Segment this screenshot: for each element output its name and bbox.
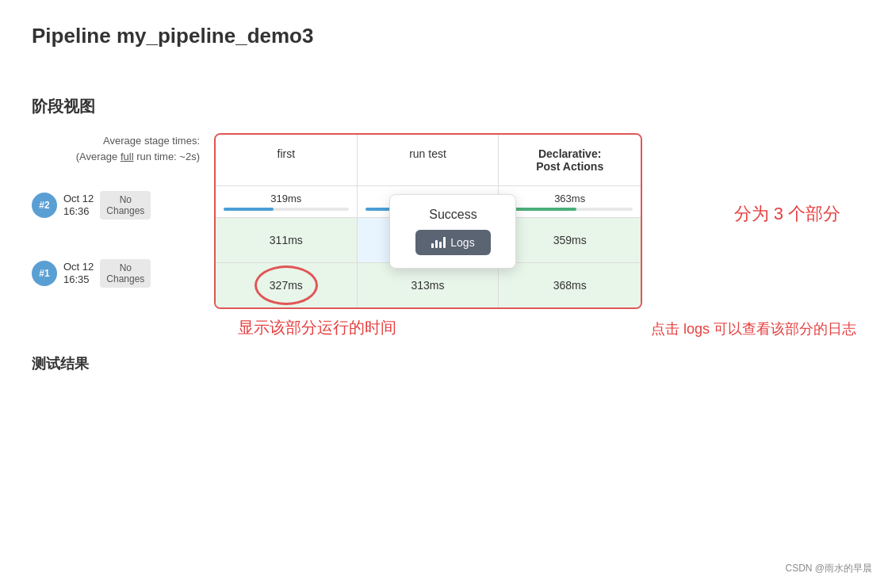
data-cell-build1-declarative[interactable]: 368ms — [499, 263, 641, 307]
progress-bar-declarative — [507, 208, 576, 211]
data-cell-build2-runtest[interactable]: 324ms Success — [358, 218, 500, 262]
build-badge-2[interactable]: #2 — [32, 193, 57, 218]
bar3 — [439, 242, 442, 248]
build-row-1: #1 Oct 1216:35 NoChanges — [32, 242, 206, 305]
stage-header-row: first run test Declarative:Post Actions — [216, 135, 641, 186]
stage-header-runtest: run test — [358, 135, 500, 185]
data-cell-build2-declarative[interactable]: 359ms — [499, 218, 641, 262]
stage-table: first run test Declarative:Post Actions … — [214, 133, 642, 309]
no-changes-badge-1[interactable]: NoChanges — [100, 259, 151, 288]
build-date-1: Oct 1216:35 — [63, 261, 94, 285]
logs-button-label: Logs — [450, 236, 474, 249]
logs-bar-icon — [431, 237, 446, 248]
data-cell-build1-first[interactable]: 327ms — [216, 263, 358, 307]
section-label: 阶段视图 — [32, 96, 95, 117]
watermark: CSDN @雨水的早晨 — [785, 562, 872, 575]
average-times-label: Average stage times: (Average full run t… — [32, 133, 206, 164]
build-date-2: Oct 1216:36 — [63, 193, 94, 217]
stage-header-first: first — [216, 135, 358, 185]
red-circle-overlay — [255, 265, 318, 305]
tooltip-popup: Success Logs — [389, 194, 516, 269]
bottom-section: 测试结果 — [32, 354, 856, 373]
no-changes-badge-2[interactable]: NoChanges — [100, 191, 151, 220]
bar2 — [435, 240, 438, 248]
data-row-build2: 311ms 324ms Success — [216, 218, 641, 263]
bar1 — [431, 243, 434, 248]
tooltip-status: Success — [406, 208, 500, 222]
data-cell-build2-first[interactable]: 311ms — [216, 218, 358, 262]
section-header: 阶段视图 分为 3 个部分 — [32, 96, 856, 117]
annotation-mid-right: 点击 logs 可以查看该部分的日志 — [651, 319, 856, 338]
main-content: Average stage times: (Average full run t… — [32, 133, 856, 338]
avg-line1: Average stage times: — [32, 133, 200, 149]
avg-cell-first: 319ms — [216, 186, 358, 217]
build-info-1: Oct 1216:35 — [63, 261, 94, 285]
build-list: Average stage times: (Average full run t… — [32, 133, 206, 310]
bottom-annotations: 显示该部分运行的时间 点击 logs 可以查看该部分的日志 — [214, 317, 856, 338]
avg-line2: (Average full run time: ~2s) — [32, 149, 200, 165]
data-row-build1: 327ms 313ms 368ms — [216, 263, 641, 307]
build-info-2: Oct 1216:36 — [63, 193, 94, 217]
page-title: Pipeline my_pipeline_demo3 — [32, 24, 856, 48]
annotation-bottom: 显示该部分运行的时间 — [214, 317, 396, 338]
stage-table-wrapper: first run test Declarative:Post Actions … — [214, 133, 856, 338]
bottom-section-label: 测试结果 — [32, 354, 856, 373]
stage-header-declarative: Declarative:Post Actions — [499, 135, 641, 185]
build-badge-1[interactable]: #1 — [32, 261, 57, 286]
progress-bar-first — [224, 208, 274, 211]
avg-cell-declarative: 363ms — [499, 186, 641, 217]
progress-bar-first-container — [224, 208, 349, 211]
logs-button[interactable]: Logs — [415, 230, 490, 255]
bar4 — [443, 237, 446, 248]
build-row-2: #2 Oct 1216:36 NoChanges — [32, 174, 206, 237]
page-container: Pipeline my_pipeline_demo3 阶段视图 分为 3 个部分… — [0, 0, 888, 588]
data-cell-build1-runtest[interactable]: 313ms — [358, 263, 500, 307]
progress-bar-declarative-container — [507, 208, 633, 211]
